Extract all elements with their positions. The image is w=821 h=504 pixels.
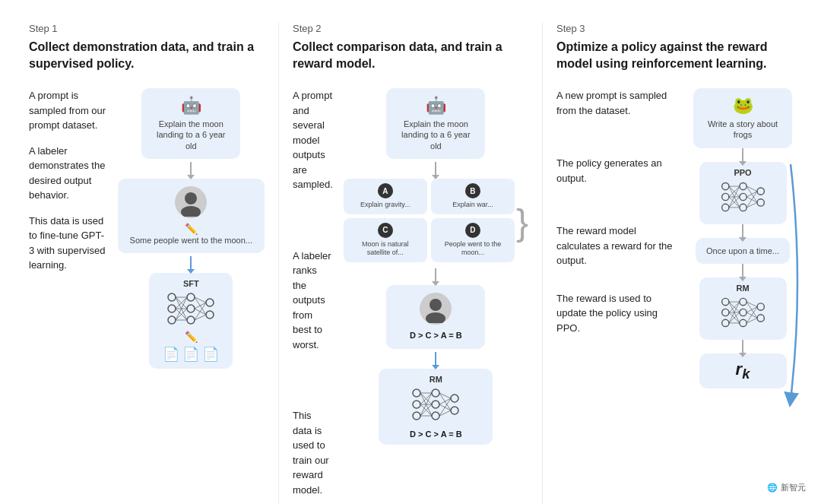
grid-card-D: D People went to the moon... (431, 218, 515, 262)
step2-labeler-svg (421, 294, 450, 323)
svg-point-31 (432, 401, 439, 408)
svg-point-74 (721, 309, 728, 315)
sft-nn-svg (164, 290, 217, 328)
svg-point-54 (739, 193, 746, 200)
svg-point-53 (739, 182, 746, 189)
step2-arrow-2 (435, 268, 436, 282)
step1-desc-2: A labeler demonstrates the desired outpu… (29, 144, 107, 203)
step2-rm-label: RM (389, 375, 482, 384)
ppo-nn-svg (718, 179, 768, 215)
step2-arrow-3 (435, 352, 436, 366)
watermark-icon: 🌐 (767, 483, 778, 493)
step1-column: Step 1 Collect demonstration data, and t… (15, 23, 279, 504)
grid-text-D: People went to the moon... (437, 240, 509, 258)
svg-point-26 (426, 312, 445, 323)
brace-right: } (516, 201, 528, 243)
step1-prompt-text: Explain the moon landing to a 6 year old (152, 119, 230, 151)
svg-point-6 (187, 305, 195, 312)
step3-output-card: Once upon a time... (696, 238, 790, 264)
svg-point-79 (757, 303, 764, 310)
svg-point-73 (721, 299, 728, 306)
svg-point-9 (206, 311, 214, 319)
rm-nn-svg (409, 385, 462, 423)
step2-rank-badge: D > C > A = B (398, 329, 473, 341)
svg-point-5 (187, 293, 195, 301)
step3-desc-1: A new prompt is sampled from the dataset… (556, 88, 678, 118)
svg-point-33 (451, 395, 458, 402)
doc-icon-3: 📄 (202, 346, 219, 363)
step3-prompt-text: Write a story about frogs (704, 119, 781, 141)
step1-content: A prompt is sampled from our prompt data… (29, 88, 265, 369)
step2-arrow-1 (435, 162, 436, 176)
step3-prompt-card: 🐸 Write a story about frogs (693, 88, 792, 148)
step3-output-text: Once upon a time... (706, 246, 779, 256)
step3-title: Optimize a policy against the reward mod… (556, 39, 792, 71)
svg-point-4 (168, 316, 176, 324)
labeler-avatar-svg (176, 188, 205, 217)
watermark-text: 新智元 (781, 482, 806, 493)
step3-content: A new prompt is sampled from the dataset… (556, 88, 792, 388)
svg-point-50 (721, 182, 728, 189)
svg-point-51 (721, 193, 728, 200)
svg-point-32 (432, 412, 439, 420)
step2-rm-rank: D > C > A = B (389, 430, 482, 439)
grid-card-C: C Moon is natural satellite of... (344, 218, 427, 262)
step3-rm-nn-svg (718, 294, 768, 331)
step1-sft-card: SFT (149, 273, 233, 369)
main-container: Step 1 Collect demonstration data, and t… (0, 0, 821, 504)
grid-text-A: Explain gravity... (350, 201, 421, 210)
svg-point-29 (413, 412, 420, 420)
step2-grid-wrap: A Explain gravity... B Explain war... C … (344, 179, 528, 265)
step1-desc-1: A prompt is sampled from our prompt data… (29, 88, 107, 133)
step3-column: Step 3 Optimize a policy against the rew… (543, 23, 806, 504)
step2-robot-icon: 🤖 (397, 96, 474, 116)
doc-icon-1: 📄 (163, 346, 179, 363)
step3-rm-card: RM (699, 277, 787, 340)
step3-arrow-2 (742, 224, 743, 238)
step1-diagram: 🤖 Explain the moon landing to a 6 year o… (118, 88, 265, 369)
svg-point-34 (451, 407, 458, 414)
svg-point-27 (413, 389, 420, 397)
step2-content: A prompt and several model outputs are s… (293, 88, 528, 504)
step2-diagram: 🤖 Explain the moon landing to a 6 year o… (344, 88, 528, 504)
watermark: 🌐 新智元 (762, 480, 810, 495)
step2-labeler-avatar (420, 293, 452, 325)
step1-arrow-2 (190, 256, 192, 270)
grid-card-A: A Explain gravity... (344, 179, 427, 214)
step3-ppo-card: PPO (699, 162, 787, 224)
grid-letter-A: A (378, 183, 393, 198)
svg-point-78 (739, 319, 746, 326)
svg-point-25 (430, 299, 442, 311)
step3-descriptions: A new prompt is sampled from the dataset… (556, 88, 683, 388)
svg-point-7 (187, 316, 195, 324)
grid-letter-C: C (378, 223, 393, 238)
step1-label: Step 1 (29, 23, 265, 34)
step2-rm-card: RM (379, 369, 493, 445)
svg-point-8 (206, 299, 214, 306)
step3-diagram-wrap: 🐸 Write a story about frogs PPO (693, 88, 792, 388)
grid-letter-B: B (465, 183, 480, 198)
step3-desc-2: The policy generates an output. (556, 156, 678, 185)
documents-row: 📄 📄 📄 (158, 346, 223, 363)
step2-prompt-card: 🤖 Explain the moon landing to a 6 year o… (386, 88, 485, 159)
svg-point-0 (185, 192, 197, 204)
svg-point-77 (739, 309, 746, 315)
step2-grid: A Explain gravity... B Explain war... C … (344, 179, 515, 262)
step2-labeler-card: D > C > A = B (386, 285, 485, 349)
step3-diagram: 🐸 Write a story about frogs PPO (693, 88, 792, 388)
svg-point-56 (757, 188, 764, 195)
step2-prompt-text: Explain the moon landing to a 6 year old (397, 119, 474, 151)
step3-rm-label: RM (708, 284, 778, 293)
step3-reward-symbol: rk (736, 360, 750, 379)
frog-icon: 🐸 (704, 96, 781, 116)
sft-pencil-icon: ✏️ (158, 331, 223, 343)
step3-arrow-3 (742, 264, 743, 277)
step1-desc-3: This data is used to fine-tune GPT-3 wit… (29, 214, 107, 273)
step1-prompt-card: 🤖 Explain the moon landing to a 6 year o… (141, 88, 240, 159)
step3-ppo-label: PPO (708, 168, 778, 177)
grid-text-B: Explain war... (437, 201, 509, 210)
step3-desc-4: The reward is used to update the policy … (556, 291, 678, 336)
svg-point-52 (721, 204, 728, 211)
step3-reward-card: rk (699, 353, 787, 388)
svg-point-28 (413, 401, 420, 408)
